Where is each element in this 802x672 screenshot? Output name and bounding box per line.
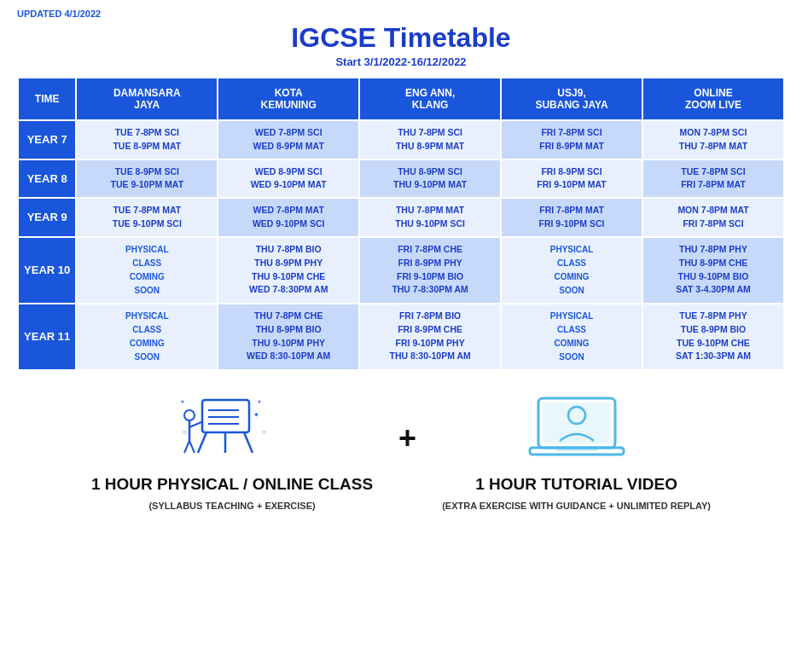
header-dj: DAMANSARAJAYA [76, 78, 218, 120]
year-label: YEAR 11 [18, 304, 76, 370]
timetable-cell: FRI 7-8PM SCIFRI 8-9PM MAT [501, 120, 642, 159]
physical-class-icon: * * ○ ○ ✦ [181, 391, 283, 468]
header-ea: ENG ANN,KLANG [359, 78, 501, 120]
header-usj: USJ9,SUBANG JAYA [501, 78, 642, 120]
svg-line-9 [189, 422, 201, 427]
physical-label: 1 HOUR PHYSICAL / ONLINE CLASS [91, 475, 373, 494]
timetable-cell: TUE 7-8PM MATTUE 9-10PM SCI [76, 198, 218, 237]
svg-text:○: ○ [183, 428, 187, 436]
timetable-cell: TUE 7-8PM PHYTUE 8-9PM BIOTUE 9-10PM CHE… [642, 304, 784, 370]
timetable-cell: FRI 8-9PM SCIFRI 9-10PM MAT [501, 159, 642, 199]
table-row: YEAR 11PHYSICALCLASSCOMINGSOONTHU 7-8PM … [18, 304, 784, 370]
page-title: IGCSE Timetable [17, 22, 785, 54]
header-online: ONLINEZOOM LIVE [642, 78, 784, 120]
timetable-cell: TUE 7-8PM SCITUE 8-9PM MAT [76, 120, 218, 159]
svg-text:*: * [181, 399, 184, 408]
subtitle: Start 3/1/2022-16/12/2022 [17, 55, 785, 68]
header-kk: KOTAKEMUNING [218, 78, 359, 120]
tutorial-video-item: 1 HOUR TUTORIAL VIDEO (EXTRA EXERCISE WI… [442, 391, 711, 511]
year-label: YEAR 7 [18, 120, 76, 159]
timetable-cell: WED 7-8PM SCIWED 8-9PM MAT [218, 120, 359, 159]
svg-line-5 [198, 432, 206, 453]
svg-line-6 [244, 432, 253, 453]
physical-class-item: * * ○ ○ ✦ 1 HOUR PHYSICAL / ONLINE CLASS… [91, 391, 373, 511]
svg-text:○: ○ [262, 428, 266, 436]
timetable-cell: TUE 8-9PM SCITUE 9-10PM MAT [76, 159, 218, 199]
physical-sub: (SYLLABUS TEACHING + EXERCISE) [148, 501, 315, 511]
updated-label: UPDATED 4/1/2022 [17, 9, 785, 19]
timetable-cell: PHYSICALCLASSCOMINGSOON [501, 304, 642, 370]
timetable-cell: THU 7-8PM CHETHU 8-9PM BIOTHU 9-10PM PHY… [218, 304, 359, 370]
bottom-section: * * ○ ○ ✦ 1 HOUR PHYSICAL / ONLINE CLASS… [17, 391, 785, 511]
timetable-cell: FRI 7-8PM BIOFRI 8-9PM CHEFRI 9-10PM PHY… [359, 304, 501, 370]
timetable-cell: WED 8-9PM SCIWED 9-10PM MAT [218, 159, 359, 199]
timetable-cell: PHYSICALCLASSCOMINGSOON [76, 237, 218, 304]
timetable-cell: MON 7-8PM SCITHU 7-8PM MAT [642, 120, 784, 159]
timetable-cell: THU 7-8PM BIOTHU 8-9PM PHYTHU 9-10PM CHE… [218, 237, 359, 304]
svg-point-7 [184, 410, 195, 420]
svg-text:*: * [258, 399, 261, 408]
svg-text:✦: ✦ [253, 411, 259, 419]
table-row: YEAR 10PHYSICALCLASSCOMINGSOONTHU 7-8PM … [18, 237, 784, 304]
timetable: TIME DAMANSARAJAYA KOTAKEMUNING ENG ANN,… [17, 77, 785, 371]
timetable-cell: WED 7-8PM MATWED 9-10PM SCI [218, 198, 359, 237]
timetable-cell: FRI 7-8PM MATFRI 9-10PM SCI [501, 198, 642, 237]
timetable-cell: THU 7-8PM PHYTHU 8-9PM CHETHU 9-10PM BIO… [642, 237, 784, 304]
timetable-cell: PHYSICALCLASSCOMINGSOON [501, 237, 642, 304]
timetable-cell: THU 7-8PM MATTHU 9-10PM SCI [359, 198, 501, 237]
year-label: YEAR 10 [18, 237, 76, 304]
timetable-cell: TUE 7-8PM SCIFRI 7-8PM MAT [642, 159, 784, 199]
table-row: YEAR 8TUE 8-9PM SCITUE 9-10PM MATWED 8-9… [18, 159, 784, 199]
header-time: TIME [18, 78, 76, 120]
svg-line-11 [189, 441, 195, 453]
timetable-cell: FRI 7-8PM CHEFRI 8-9PM PHYFRI 9-10PM BIO… [359, 237, 501, 304]
year-label: YEAR 8 [18, 159, 76, 199]
svg-rect-21 [555, 448, 598, 451]
timetable-cell: MON 7-8PM MATFRI 7-8PM SCI [642, 198, 784, 237]
plus-icon: + [398, 420, 416, 456]
table-row: YEAR 9TUE 7-8PM MATTUE 9-10PM SCIWED 7-8… [18, 198, 784, 237]
tutorial-sub: (EXTRA EXERCISE WITH GUIDANCE + UNLIMITE… [442, 501, 711, 511]
tutorial-video-icon [526, 391, 628, 468]
timetable-cell: THU 8-9PM SCITHU 9-10PM MAT [359, 159, 501, 199]
year-label: YEAR 9 [18, 198, 76, 237]
table-row: YEAR 7TUE 7-8PM SCITUE 8-9PM MATWED 7-8P… [18, 120, 784, 159]
timetable-cell: PHYSICALCLASSCOMINGSOON [76, 304, 218, 370]
svg-line-10 [184, 441, 189, 453]
timetable-cell: THU 7-8PM SCITHU 8-9PM MAT [359, 120, 501, 159]
tutorial-label: 1 HOUR TUTORIAL VIDEO [475, 475, 677, 494]
